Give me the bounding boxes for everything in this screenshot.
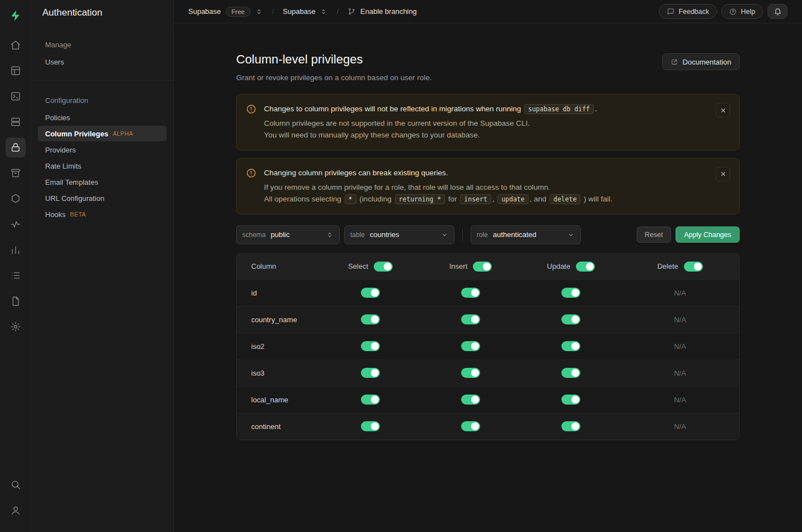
delete-na: N/A xyxy=(621,422,739,431)
feedback-button[interactable]: Feedback xyxy=(659,4,717,19)
insert-toggle[interactable] xyxy=(461,395,480,405)
feedback-label: Feedback xyxy=(678,8,709,16)
chevrons-up-down-icon xyxy=(320,8,327,16)
notifications-button[interactable] xyxy=(767,4,788,19)
sidebar-item-label: Hooks xyxy=(45,210,66,219)
authentication-icon[interactable] xyxy=(6,137,26,157)
insert-all-toggle[interactable] xyxy=(473,262,492,272)
profile-icon[interactable] xyxy=(6,500,26,520)
insert-toggle[interactable] xyxy=(461,288,480,298)
delete-na: N/A xyxy=(621,316,739,324)
update-toggle[interactable] xyxy=(561,368,580,378)
search-icon[interactable] xyxy=(6,475,26,495)
schema-label: schema xyxy=(242,231,266,239)
select-toggle[interactable] xyxy=(361,314,380,324)
table-editor-icon[interactable] xyxy=(6,61,26,81)
banner-line: All operations selecting * (including re… xyxy=(264,194,708,205)
page-subtitle: Grant or revoke privileges on a column b… xyxy=(236,73,432,82)
settings-icon[interactable] xyxy=(6,317,26,337)
table-value: countries xyxy=(370,230,436,239)
insert-toggle[interactable] xyxy=(461,421,480,431)
select-toggle[interactable] xyxy=(361,341,380,351)
chevron-down-icon xyxy=(441,231,448,239)
api-docs-icon[interactable] xyxy=(6,291,26,311)
select-toggle[interactable] xyxy=(361,368,380,378)
project-name: Supabase xyxy=(283,7,316,16)
column-header: Column xyxy=(237,262,320,270)
code-chip: insert xyxy=(460,194,491,204)
insert-toggle[interactable] xyxy=(461,368,480,378)
banner-line: Column privileges are not supported in t… xyxy=(264,118,708,130)
column-name: iso3 xyxy=(237,369,320,377)
logs-icon[interactable] xyxy=(6,265,26,285)
reset-button[interactable]: Reset xyxy=(637,226,672,243)
edge-functions-icon[interactable] xyxy=(6,189,26,209)
role-label: role xyxy=(477,231,488,239)
sidebar-item-rate-limits[interactable]: Rate Limits xyxy=(38,158,167,174)
top-bar: Supabase Free / Supabase / Enable branch… xyxy=(174,0,802,23)
sidebar-item-hooks[interactable]: Hooks BETA xyxy=(38,206,167,222)
insert-toggle[interactable] xyxy=(461,314,480,324)
bell-icon xyxy=(774,7,782,16)
close-banner-button[interactable] xyxy=(716,167,730,181)
realtime-icon[interactable] xyxy=(6,214,26,234)
sidebar-item-email-templates[interactable]: Email Templates xyxy=(38,174,167,190)
close-icon xyxy=(720,170,727,178)
app-root: Authentication Manage Users Configuratio… xyxy=(0,0,802,532)
update-toggle[interactable] xyxy=(561,395,580,405)
sidebar-item-label: Policies xyxy=(45,114,70,122)
column-name: iso2 xyxy=(237,342,320,351)
filter-bar: schema public table countries xyxy=(236,225,740,244)
supabase-logo[interactable] xyxy=(6,6,26,26)
update-toggle[interactable] xyxy=(561,421,580,431)
plan-badge: Free xyxy=(226,7,251,17)
schema-value: public xyxy=(271,230,321,239)
table-row: continent N/A xyxy=(237,413,739,440)
select-header: Select xyxy=(348,262,368,270)
section-label-manage: Manage xyxy=(31,37,173,53)
project-breadcrumb[interactable]: Supabase xyxy=(283,7,328,16)
table-row: iso2 N/A xyxy=(237,333,739,359)
update-toggle[interactable] xyxy=(561,314,580,324)
schema-select[interactable]: schema public xyxy=(236,225,340,244)
apply-changes-button[interactable]: Apply Changes xyxy=(676,226,740,243)
sidebar-item-providers[interactable]: Providers xyxy=(38,142,167,157)
sidebar-item-column-privileges[interactable]: Column Privileges ALPHA xyxy=(38,126,167,141)
enable-branching-button[interactable]: Enable branching xyxy=(348,7,417,16)
storage-icon[interactable] xyxy=(6,163,26,183)
icon-rail xyxy=(0,0,31,532)
org-breadcrumb[interactable]: Supabase Free xyxy=(188,7,263,17)
help-button[interactable]: Help xyxy=(721,4,763,19)
code-chip: update xyxy=(497,194,529,204)
delete-na: N/A xyxy=(621,396,739,404)
update-toggle[interactable] xyxy=(561,288,580,298)
home-icon[interactable] xyxy=(6,35,26,55)
close-banner-button[interactable] xyxy=(716,103,730,117)
sidebar-item-policies[interactable]: Policies xyxy=(38,110,167,125)
insert-toggle[interactable] xyxy=(461,341,480,351)
role-select[interactable]: role authenticated xyxy=(471,225,581,244)
filter-divider xyxy=(462,229,463,241)
select-toggle[interactable] xyxy=(361,288,380,298)
sidebar-item-users[interactable]: Users xyxy=(38,54,167,70)
sidebar-item-label: Rate Limits xyxy=(45,162,81,170)
select-all-toggle[interactable] xyxy=(374,262,393,272)
delete-all-toggle[interactable] xyxy=(684,262,703,272)
documentation-label: Documentation xyxy=(683,58,731,66)
chevrons-up-down-icon xyxy=(255,8,263,16)
update-all-toggle[interactable] xyxy=(576,262,595,272)
select-toggle[interactable] xyxy=(361,421,380,431)
update-toggle[interactable] xyxy=(561,341,580,351)
database-icon[interactable] xyxy=(6,112,26,132)
alert-circle-icon xyxy=(246,168,257,179)
delete-na: N/A xyxy=(621,369,739,377)
select-toggle[interactable] xyxy=(361,395,380,405)
alert-circle-icon xyxy=(246,104,257,115)
table-select[interactable]: table countries xyxy=(344,225,454,244)
column-name: continent xyxy=(237,422,320,431)
sql-editor-icon[interactable] xyxy=(6,86,26,106)
documentation-button[interactable]: Documentation xyxy=(662,53,740,70)
reports-icon[interactable] xyxy=(6,240,26,260)
sidebar-item-url-configuration[interactable]: URL Configuration xyxy=(38,190,167,206)
help-circle-icon xyxy=(729,8,737,16)
